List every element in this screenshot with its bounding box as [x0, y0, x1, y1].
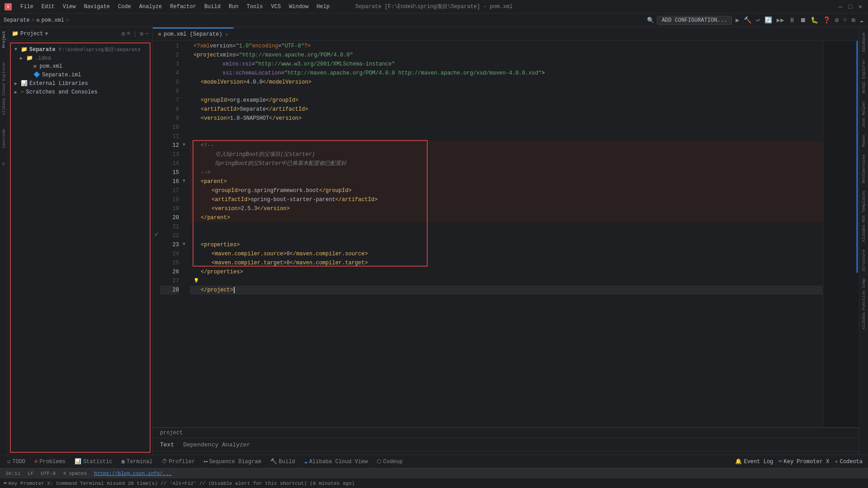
sidebar-function-comp[interactable]: Alibaba Function Comp: [861, 275, 867, 333]
tree-item-scratches[interactable]: ▶ ✂ Scratches and Consoles: [11, 88, 150, 96]
tab-dependency-analyzer[interactable]: Dependency Analyzer: [179, 440, 254, 450]
sidebar-ros-templates[interactable]: Alibaba ROS Templates: [861, 187, 867, 245]
minimize-button[interactable]: —: [837, 4, 844, 10]
menu-navigate[interactable]: Navigate: [82, 3, 112, 11]
breadcrumb-separate[interactable]: Separate: [4, 17, 30, 23]
tree-item-separate[interactable]: ▼ 📁 Separate F:\Ended\spring项目\Separate: [11, 45, 150, 54]
close-button[interactable]: ✕: [857, 4, 863, 10]
bottom-alibaba-view[interactable]: ☁ Alibaba Cloud View: [301, 456, 372, 467]
status-encoding[interactable]: UTF-8: [39, 471, 57, 476]
tree-gear-icon[interactable]: ⚙: [140, 30, 143, 38]
sidebar-alibaba[interactable]: Alibaba Cloud Explorer: [2, 61, 6, 115]
sidebar-maven[interactable]: Maven: [861, 131, 867, 150]
code-line-10: [190, 123, 823, 132]
layout-icon[interactable]: ⊞: [850, 15, 856, 25]
xml-comment-close: -->: [201, 168, 211, 177]
sync-icon[interactable]: 🔄: [764, 15, 773, 25]
bottom-profiler[interactable]: ⏱ Profiler: [158, 456, 199, 467]
reload-icon[interactable]: ↩: [755, 15, 760, 25]
sidebar-project[interactable]: Project: [2, 31, 6, 48]
status-linefeed[interactable]: LF: [26, 471, 35, 476]
xml-eq-1: =: [232, 42, 236, 51]
git-icon[interactable]: ⑂: [842, 16, 848, 25]
cloud-icon[interactable]: ☁: [859, 15, 864, 25]
bottom-statistic[interactable]: 📊 Statistic: [71, 456, 116, 467]
ln-9: 9: [160, 114, 179, 123]
tree-item-external-libs[interactable]: ▶ 📊 External Libraries: [11, 79, 150, 88]
sidebar-refactor[interactable]: ⟳: [2, 162, 6, 165]
menu-analyze[interactable]: Analyze: [137, 3, 164, 11]
sidebar-structure[interactable]: Structure: [861, 246, 867, 275]
fold-16[interactable]: ▼: [183, 176, 190, 185]
menu-view[interactable]: View: [61, 3, 78, 11]
bottom-todo[interactable]: ☑ TODO: [4, 456, 29, 467]
maximize-button[interactable]: □: [847, 4, 854, 10]
bottom-codeup[interactable]: ⬡ Codeup: [373, 456, 406, 467]
menu-vcs[interactable]: VCS: [269, 3, 283, 11]
event-log-item[interactable]: 🔔 Event Log: [733, 458, 775, 465]
menu-tools[interactable]: Tools: [245, 3, 265, 11]
menu-refactor[interactable]: Refactor: [168, 3, 198, 11]
xml-tag-modelver: modelVersion: [204, 78, 243, 87]
tree-item-idea[interactable]: ▶ 📁 .idea: [11, 54, 150, 62]
status-indent[interactable]: 4 spaces: [61, 471, 89, 476]
code-content[interactable]: <?xml version="1.0" encoding="UTF-8"?> <…: [190, 41, 823, 427]
scroll-minimap[interactable]: [823, 41, 859, 427]
build-icon[interactable]: 🔨: [743, 15, 752, 25]
xml-bracket-7c: </: [266, 96, 272, 105]
fold-18: [183, 194, 190, 203]
menu-run[interactable]: Run: [227, 3, 241, 11]
statistic-icon: 📊: [75, 458, 81, 465]
xml-comment-13: 引入SpringBoot的父项目(父starter): [215, 150, 315, 159]
xml-text-5: 4.0.0: [246, 78, 263, 87]
codeota-item[interactable]: ✦ Codeota: [833, 458, 864, 465]
bottom-sequence-diagram[interactable]: ⟷ Sequence Diagram: [200, 456, 264, 467]
tab-text[interactable]: Text: [156, 440, 178, 450]
menu-code[interactable]: Code: [116, 3, 133, 11]
tree-item-separateiml[interactable]: 🔷 Separate.iml: [11, 70, 150, 79]
xml-bracket-5d: >: [308, 78, 311, 87]
tree-item-pomxml[interactable]: m pom.xml: [11, 62, 150, 70]
debug-icon[interactable]: 🐛: [810, 15, 819, 25]
status-position[interactable]: 28:11: [4, 471, 22, 476]
add-config-button[interactable]: ADD CONFIGURATION...: [657, 16, 732, 25]
tree-collapse-icon[interactable]: ≡: [127, 30, 131, 38]
menu-window[interactable]: Window: [287, 3, 310, 11]
menu-help[interactable]: Help: [315, 3, 331, 11]
stop-icon[interactable]: ⏹: [799, 16, 807, 25]
status-url[interactable]: https://blog.csun.info/...: [92, 471, 174, 476]
tab-pomxml[interactable]: m pom.xml (Separate) ✕: [153, 28, 234, 40]
fold-23[interactable]: ▼: [183, 239, 190, 249]
tab-close-pomxml[interactable]: ✕: [225, 32, 228, 38]
scrollbar-thumb[interactable]: [856, 41, 858, 273]
pause-icon[interactable]: ⏸: [788, 16, 796, 25]
sidebar-nosql[interactable]: NoSql Explorer: [861, 56, 867, 97]
key-promoter-item[interactable]: ⌨ Key Promoter X: [777, 458, 831, 465]
bottom-build[interactable]: 🔨 Build: [267, 456, 299, 467]
tree-minus-icon[interactable]: —: [145, 30, 149, 38]
search-icon[interactable]: 🔍: [647, 17, 654, 24]
xml-attr-schemaloc: xsi:schemaLocation: [222, 69, 281, 78]
sidebar-restservices[interactable]: RestServices: [861, 150, 867, 187]
xml-closetag-version2: version: [264, 204, 286, 213]
help-icon[interactable]: ❓: [822, 15, 831, 25]
menu-file[interactable]: File: [19, 3, 35, 11]
bottom-terminal[interactable]: ▣ Terminal: [118, 456, 156, 467]
fold-12[interactable]: ▼: [183, 140, 190, 149]
menu-edit[interactable]: Edit: [40, 3, 57, 11]
tree-expand-icon[interactable]: ⋮: [132, 30, 138, 38]
bottom-problems[interactable]: ⊘ Problems: [31, 456, 69, 467]
sidebar-json-helper[interactable]: Json Helper: [861, 97, 867, 131]
project-dropdown-icon[interactable]: ▼: [45, 31, 48, 37]
settings-icon[interactable]: ⚙: [834, 15, 840, 25]
menu-build[interactable]: Build: [203, 3, 222, 11]
run-icon[interactable]: ▶: [735, 15, 740, 25]
sidebar-database[interactable]: Database: [861, 29, 867, 56]
xml-bracket-7: <: [201, 96, 204, 105]
fold-6: [183, 86, 190, 95]
xml-bracket-26b: >: [240, 267, 243, 277]
sidebar-leetcode[interactable]: leetcode: [2, 129, 6, 148]
breadcrumb-pomxml[interactable]: pom.xml: [41, 17, 64, 23]
tree-settings-icon[interactable]: ⚙: [122, 30, 125, 38]
run2-icon[interactable]: ▶▶: [776, 15, 785, 25]
